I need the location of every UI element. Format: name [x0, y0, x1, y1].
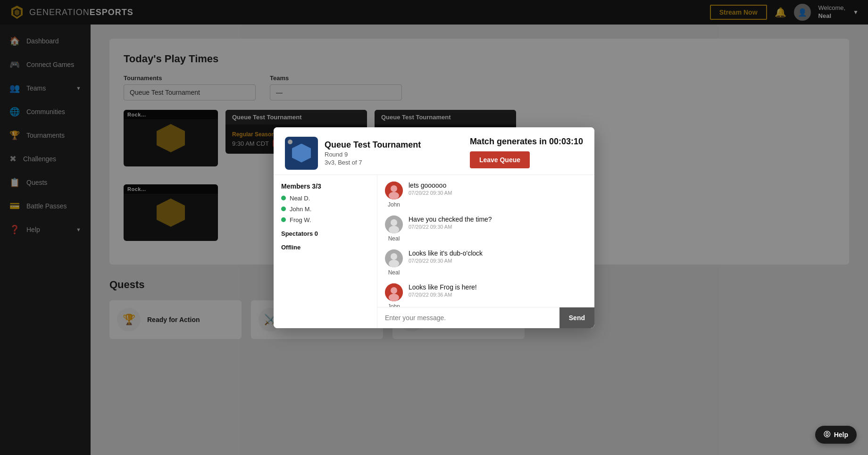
online-dot [281, 196, 286, 200]
members-heading: Members 3/3 [281, 182, 369, 190]
modal-members-panel: Members 3/3 Neal D. John M. Frog W. Spec… [274, 175, 377, 328]
member-item-1: John M. [281, 206, 369, 213]
chat-message-2: Neal Looks like it's dub-o'clock 07/20/2… [385, 249, 587, 276]
svg-point-11 [389, 260, 399, 267]
status-dot [288, 140, 292, 144]
chat-message-0: John lets goooooo 07/20/22 09:30 AM [385, 182, 587, 208]
chat-sender-2: Neal [388, 269, 400, 276]
spectators-heading: Spectators 0 [281, 230, 369, 237]
chat-sender-0: John [388, 201, 400, 208]
modal-overlay: Queue Test Tournament Round 9 3v3, Best … [0, 0, 868, 455]
chat-input[interactable] [377, 307, 559, 328]
chat-meta-2: 07/20/22 09:30 AM [409, 258, 483, 264]
queue-modal: Queue Test Tournament Round 9 3v3, Best … [274, 127, 594, 328]
chat-msg-text-1: Have you checked the time? [409, 215, 492, 223]
svg-point-13 [391, 287, 397, 294]
help-circle-icon: ⓪ [824, 430, 830, 439]
offline-heading: Offline [281, 244, 369, 251]
modal-format: 3v3, Best of 7 [325, 159, 421, 166]
modal-chat-panel: John lets goooooo 07/20/22 09:30 AM [377, 175, 594, 328]
member-name-0: Neal D. [290, 195, 310, 202]
chat-meta-3: 07/20/22 09:36 AM [409, 292, 477, 298]
modal-header-right: Match generates in 00:03:10 Leave Queue [470, 137, 583, 168]
chat-avatar-neal-2 [385, 249, 403, 267]
modal-header-left: Queue Test Tournament Round 9 3v3, Best … [285, 137, 421, 170]
timer-label: Match generates in [470, 137, 547, 146]
chat-avatar-neal-1 [385, 215, 403, 233]
member-item-0: Neal D. [281, 195, 369, 202]
svg-point-5 [389, 192, 399, 199]
chat-msg-body-2: Looks like it's dub-o'clock 07/20/22 09:… [409, 249, 483, 276]
member-name-1: John M. [290, 206, 311, 213]
svg-point-8 [389, 226, 399, 233]
chat-message-1: Neal Have you checked the time? 07/20/22… [385, 215, 587, 242]
chat-msg-body-1: Have you checked the time? 07/20/22 09:3… [409, 215, 492, 242]
modal-header: Queue Test Tournament Round 9 3v3, Best … [274, 127, 594, 174]
svg-point-4 [391, 185, 397, 192]
chat-avatar-john-0 [385, 182, 403, 199]
chat-msg-body-3: Looks like Frog is here! 07/20/22 09:36 … [409, 283, 477, 307]
chat-message-3: John Looks like Frog is here! 07/20/22 0… [385, 283, 587, 307]
svg-point-7 [391, 219, 397, 226]
chat-input-row: Send [377, 307, 594, 328]
chat-sender-3: John [388, 303, 400, 307]
chat-msg-text-2: Looks like it's dub-o'clock [409, 249, 483, 257]
tournament-logo [285, 137, 318, 170]
chat-msg-text-3: Looks like Frog is here! [409, 283, 477, 291]
svg-point-10 [391, 253, 397, 260]
chat-meta-1: 07/20/22 09:30 AM [409, 224, 492, 230]
match-timer: Match generates in 00:03:10 [470, 137, 583, 147]
modal-tournament-info: Queue Test Tournament Round 9 3v3, Best … [325, 140, 421, 166]
help-button[interactable]: ⓪ Help [815, 426, 857, 444]
timer-value: 00:03:10 [549, 137, 583, 146]
member-item-2: Frog W. [281, 216, 369, 223]
modal-body: Members 3/3 Neal D. John M. Frog W. Spec… [274, 174, 594, 328]
leave-queue-button[interactable]: Leave Queue [470, 151, 530, 168]
chat-messages: John lets goooooo 07/20/22 09:30 AM [377, 175, 594, 307]
member-name-2: Frog W. [290, 216, 311, 223]
chat-msg-text-0: lets goooooo [409, 182, 452, 189]
online-dot [281, 217, 286, 222]
chat-avatar-john-3 [385, 283, 403, 301]
svg-point-14 [389, 294, 399, 301]
modal-round: Round 9 [325, 151, 421, 158]
send-button[interactable]: Send [559, 307, 594, 328]
modal-tournament-name: Queue Test Tournament [325, 140, 421, 150]
chat-msg-body-0: lets goooooo 07/20/22 09:30 AM [409, 182, 452, 208]
chat-sender-1: Neal [388, 235, 400, 242]
online-dot [281, 207, 286, 211]
chat-meta-0: 07/20/22 09:30 AM [409, 190, 452, 196]
